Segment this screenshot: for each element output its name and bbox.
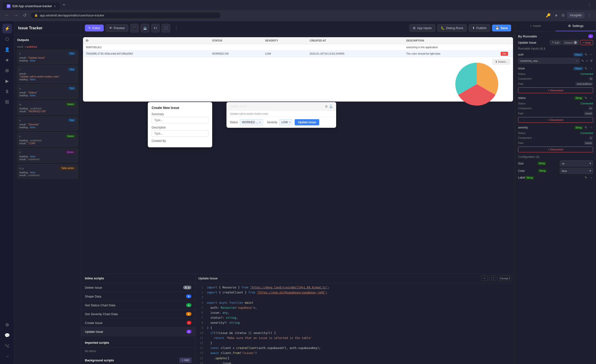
description-input[interactable]: [152, 130, 208, 137]
format-btn[interactable]: Format ℹ: [498, 275, 512, 281]
severity-tag-remove[interactable]: ×: [289, 120, 291, 124]
script-item-shape[interactable]: Shape Data b: [81, 292, 195, 301]
more-btn[interactable]: ⋮: [587, 12, 592, 19]
address-bar[interactable]: 🔒 app.windmill.dev/apps/edit/u/user/issu…: [30, 12, 221, 19]
editor-button[interactable]: ✎ Editor: [85, 25, 104, 31]
output-key-t: t: [19, 68, 20, 71]
issue-arrow-btn[interactable]: →: [589, 66, 593, 71]
cell-delete-btn[interactable]: Del: [499, 51, 513, 57]
auth-edit-btn[interactable]: ✎: [584, 52, 588, 57]
publish-label: Publish: [476, 26, 487, 30]
expand-btn[interactable]: ⛶: [162, 24, 170, 32]
auth-remove-btn[interactable]: ×: [576, 59, 577, 62]
desktop-view-btn[interactable]: 💻: [141, 24, 149, 32]
reload-button[interactable]: ↺: [22, 12, 27, 19]
browser-more-btn[interactable]: ⋮: [586, 2, 593, 8]
table-row-selected[interactable]: 794208f5-2735-428a-b4af-b071ff0a2962 WOR…: [83, 51, 513, 57]
auth-pen-btn[interactable]: ✎: [581, 58, 585, 63]
split-screen-btn[interactable]: ⧉: [561, 12, 565, 18]
table-scroll[interactable]: ID STATUS SEVERITY CREATED AT DESCRIPTIO…: [83, 37, 513, 57]
publish-button[interactable]: ⬆ Publish: [469, 24, 490, 32]
script-item-delete[interactable]: Delete Issue b_a: [81, 283, 195, 292]
output-key-ba: b_a: [19, 167, 24, 170]
sidebar-icon-grid[interactable]: ⊞: [2, 66, 12, 75]
forward-button[interactable]: →: [13, 12, 19, 19]
toolbar-more-btn[interactable]: ⋮: [172, 25, 180, 32]
save-button[interactable]: 💾 Save: [492, 25, 511, 31]
code-line-5: 5 auth: Resource<'supabase'>,: [195, 305, 515, 310]
severity-status-label: Status: [518, 132, 525, 134]
table-row[interactable]: 5fd0f7d5c3c2 searching in the applicatio…: [83, 44, 513, 51]
update-issue-button[interactable]: Update Issue: [295, 119, 319, 125]
severity-arrow-btn[interactable]: →: [589, 125, 593, 130]
size-value: xs: [562, 162, 565, 165]
sidebar-icon-home[interactable]: ⬡: [2, 34, 12, 44]
auth-refresh-btn[interactable]: ↺: [589, 58, 593, 63]
issue-edit-btn[interactable]: ✎: [584, 66, 588, 71]
label-label: Label: [518, 176, 525, 179]
info-btn[interactable]: ℹ 1: [151, 24, 160, 32]
code-editor-body[interactable]: 1 import { Resource } from "https://deno…: [195, 283, 515, 364]
tab-insert[interactable]: + Insert: [515, 21, 556, 31]
left-panel: Issue Tracker Outputs result : r:undefin…: [14, 21, 81, 364]
status-connected-value: Connected: [581, 102, 593, 105]
sidebar-icon-star[interactable]: ★: [2, 55, 12, 65]
script-item-create[interactable]: Create Issue r: [81, 319, 195, 327]
code-line-15: 15 .update({: [195, 356, 515, 361]
sidebar-icon-users[interactable]: 👤: [2, 45, 12, 54]
code-expand-btn[interactable]: ⛶: [489, 275, 496, 281]
size-select[interactable]: xs ▾: [560, 160, 593, 166]
sidebar-icon-settings[interactable]: ⚙: [2, 320, 12, 330]
sidebar-icon-dollar[interactable]: $: [2, 87, 12, 96]
severity-type-badge: String: [574, 126, 583, 129]
script-item-severity-chart[interactable]: Get Severity Chart Data d: [81, 310, 195, 319]
tab-settings[interactable]: ⚙ Settings: [556, 21, 596, 31]
summary-input[interactable]: [152, 117, 208, 124]
sidebar-icon-windmill[interactable]: ⚡: [2, 24, 12, 33]
code-check-btn[interactable]: ✓: [481, 275, 488, 281]
debug-runs-button[interactable]: 🐛 Debug Runs: [437, 24, 467, 32]
severity-edit-btn[interactable]: ✎: [584, 125, 588, 130]
severity-disconnect-btn[interactable]: × Disconnect: [518, 147, 593, 152]
status-arrow-btn[interactable]: →: [589, 96, 593, 100]
delete-button[interactable]: Del: [501, 52, 508, 56]
app-inputs-button[interactable]: ⊞ App inputs: [409, 24, 435, 32]
runnable-inputs-label: Runnable Inputs (4): [518, 47, 543, 50]
script-item-update[interactable]: Update Issue z: [81, 327, 195, 336]
auth-arrow-btn[interactable]: →: [589, 52, 593, 57]
sidebar-icon-play[interactable]: ▶: [2, 76, 12, 86]
output-item-u: u Text result : "Status" loading : false: [17, 84, 78, 99]
preview-button[interactable]: 👁 Preview: [106, 24, 128, 32]
bookmark-btn[interactable]: ★: [554, 12, 559, 19]
sidebar-icon-discord[interactable]: 💬: [2, 331, 12, 340]
detach-runnable-btn[interactable]: Detach 1: [562, 40, 579, 45]
app-header: Issue Tracker: [14, 21, 81, 35]
save-icon: 💾: [495, 26, 499, 30]
mobile-view-btn[interactable]: 📱: [130, 24, 139, 32]
update-modal-drag[interactable]: ⊕ ⚓: [325, 104, 333, 108]
script-item-status-chart[interactable]: Get Status Chart Data c: [81, 301, 195, 310]
add-background-script-btn[interactable]: + Add: [179, 357, 191, 363]
back-button[interactable]: ←: [4, 12, 10, 19]
tab-close-btn[interactable]: ×: [54, 4, 56, 8]
color-value: blue: [562, 170, 567, 172]
status-tag-remove[interactable]: ×: [259, 120, 261, 124]
output-badge-w: Select: [65, 103, 76, 106]
issue-disconnect-btn[interactable]: × Disconnect: [518, 88, 593, 93]
label-edit-btn[interactable]: ✎: [584, 175, 588, 180]
status-disconnect-btn[interactable]: × Disconnect: [518, 117, 593, 123]
sidebar-icon-link[interactable]: ⛓: [2, 97, 12, 107]
active-tab[interactable]: W Edit App u/user/issue-tracker ×: [3, 2, 60, 10]
color-select[interactable]: blue ▾: [560, 168, 593, 174]
incognito-button[interactable]: Incognito: [567, 12, 585, 18]
edit-runnable-btn[interactable]: ✎ Edit: [550, 40, 561, 45]
label-arrow-btn[interactable]: →: [589, 175, 593, 180]
clear-runnable-btn[interactable]: × Clear: [580, 40, 593, 45]
status-edit-btn[interactable]: ✎: [584, 96, 588, 100]
sidebar-icon-github[interactable]: ⌥: [2, 341, 12, 351]
new-tab-button[interactable]: +: [60, 1, 67, 8]
address-text: app.windmill.dev/apps/edit/u/user/issue-…: [40, 14, 104, 17]
auth-plus-btn[interactable]: +: [586, 58, 588, 63]
sidebar-icon-arrow[interactable]: →: [2, 352, 12, 361]
extensions-btn[interactable]: 🔑: [545, 12, 552, 19]
